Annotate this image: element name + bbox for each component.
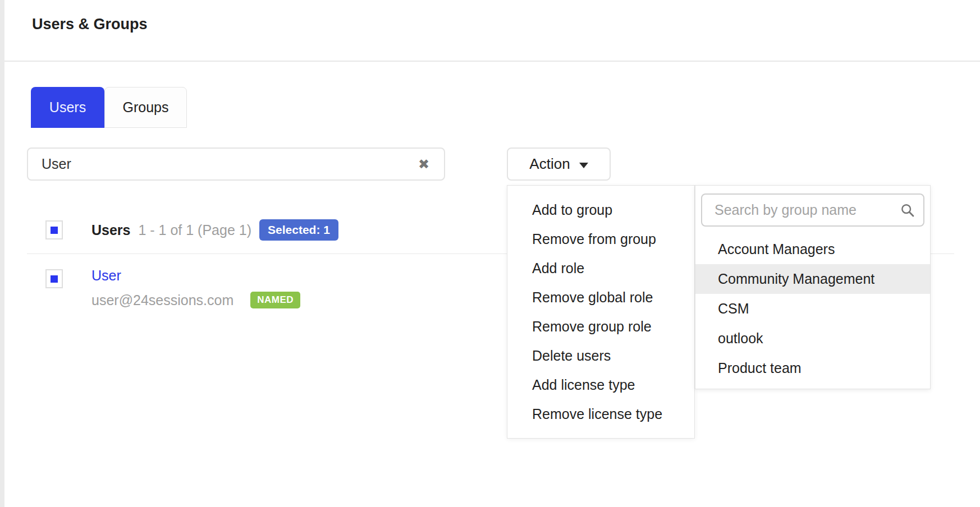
group-item-csm[interactable]: CSM xyxy=(695,294,930,324)
table-row: User user@24sessions.com NAMED xyxy=(45,269,300,308)
menu-item-remove-from-group[interactable]: Remove from group xyxy=(507,224,694,253)
license-type-badge: NAMED xyxy=(250,292,300,308)
checkbox-checked-mark xyxy=(51,275,58,283)
menu-item-delete-users[interactable]: Delete users xyxy=(507,341,694,370)
group-item-product-team[interactable]: Product team xyxy=(695,353,930,383)
action-button-label: Action xyxy=(529,155,570,173)
menu-item-add-license-type[interactable]: Add license type xyxy=(507,370,694,399)
menu-item-remove-license-type[interactable]: Remove license type xyxy=(507,399,694,428)
tab-groups[interactable]: Groups xyxy=(104,87,187,128)
user-row-checkbox[interactable] xyxy=(45,269,63,288)
group-search-input[interactable] xyxy=(702,202,895,218)
select-all-checkbox[interactable] xyxy=(45,220,63,239)
menu-item-remove-global-role[interactable]: Remove global role xyxy=(507,283,694,312)
menu-item-remove-group-role[interactable]: Remove group role xyxy=(507,312,694,341)
tab-bar: Users Groups xyxy=(31,87,187,128)
group-list: Account Managers Community Management CS… xyxy=(695,234,930,383)
list-header-row: Users 1 - 1 of 1 (Page 1) Selected: 1 xyxy=(45,219,338,241)
user-search-input[interactable] xyxy=(28,156,413,172)
group-item-community-management[interactable]: Community Management xyxy=(695,264,930,294)
user-email: user@24sessions.com xyxy=(91,292,233,308)
caret-down-icon xyxy=(579,163,588,168)
user-subrow: user@24sessions.com NAMED xyxy=(91,292,300,308)
checkbox-checked-mark xyxy=(51,227,58,234)
action-button[interactable]: Action xyxy=(507,148,611,181)
page-title: Users & Groups xyxy=(32,16,148,33)
user-info: User user@24sessions.com NAMED xyxy=(91,268,300,308)
pagination-range: 1 - 1 of 1 (Page 1) xyxy=(139,222,252,238)
tab-groups-label: Groups xyxy=(123,99,169,116)
tab-users-label: Users xyxy=(49,99,86,116)
user-name-link[interactable]: User xyxy=(91,268,300,284)
search-icon[interactable] xyxy=(895,202,927,218)
clear-search-icon[interactable]: ✖ xyxy=(413,156,444,172)
group-select-panel: Account Managers Community Management CS… xyxy=(695,185,931,389)
list-title: Users xyxy=(91,222,131,238)
group-item-account-managers[interactable]: Account Managers xyxy=(695,234,930,264)
menu-item-add-to-group[interactable]: Add to group xyxy=(507,195,694,224)
selected-count-badge: Selected: 1 xyxy=(259,219,338,241)
page-left-edge xyxy=(0,0,4,507)
user-search-box: ✖ xyxy=(27,148,445,181)
menu-item-add-role[interactable]: Add role xyxy=(507,253,694,283)
action-dropdown-menu: Add to group Remove from group Add role … xyxy=(507,185,695,439)
group-search-box xyxy=(701,193,924,227)
group-item-outlook[interactable]: outlook xyxy=(695,324,930,353)
header-divider xyxy=(4,61,980,62)
tab-users[interactable]: Users xyxy=(31,87,104,128)
